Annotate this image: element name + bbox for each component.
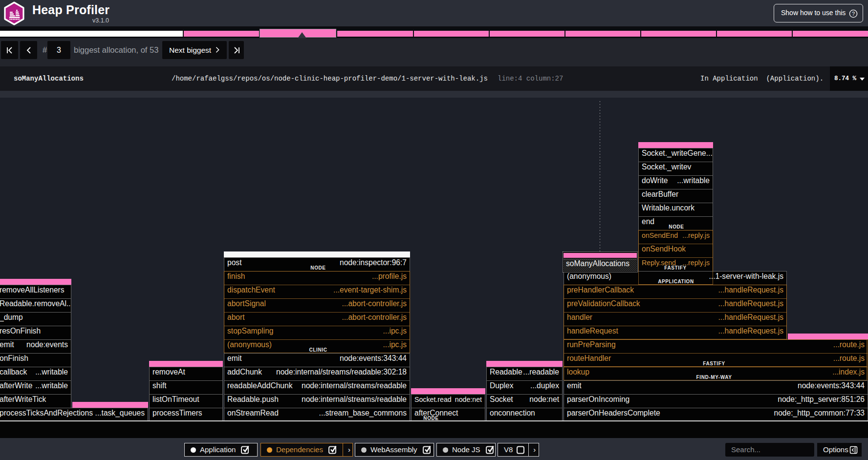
svg-text:?: ? bbox=[852, 11, 855, 17]
